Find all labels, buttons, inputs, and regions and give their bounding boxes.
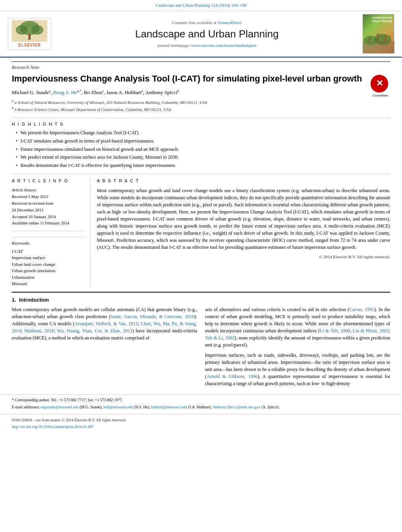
cover-image: Landscape and Urban Planning bbox=[363, 14, 394, 54]
crossmark-circle: ✕ bbox=[371, 75, 388, 93]
ref-carver[interactable]: Carver, 1991 bbox=[349, 307, 374, 312]
journal-header-center: Contents lists available at ScienceDirec… bbox=[55, 20, 359, 48]
top-banner: Landscape and Urban Planning 124 (2014) … bbox=[0, 0, 402, 11]
highlight-2: I-CAT simulates urban growth in terms of… bbox=[16, 138, 390, 145]
keyword-1: I-CAT bbox=[12, 248, 85, 255]
crossmark-symbol: ✕ bbox=[376, 78, 383, 90]
abstract-text: Most contemporary urban growth and land … bbox=[97, 187, 390, 251]
highlight-5: Results demonstrate that I-CAT is effect… bbox=[16, 162, 390, 169]
article-type-label: Research Note bbox=[12, 61, 390, 71]
intro-para-1: Most contemporary urban growth models ar… bbox=[12, 306, 197, 341]
history-label: Article history: bbox=[12, 187, 85, 194]
author-spicci: Anthony Spicci bbox=[145, 89, 177, 95]
doi-link[interactable]: http://dx.doi.org/10.1016/j.landurbplan.… bbox=[12, 424, 94, 429]
footnote-corresponding-author: * Corresponding author. Tel.: +1 573 882… bbox=[12, 397, 390, 403]
doi-line: http://dx.doi.org/10.1016/j.landurbplan.… bbox=[12, 424, 390, 430]
ref-liu[interactable]: Liu & Phinn, 2003 bbox=[353, 328, 389, 334]
svg-point-3 bbox=[16, 25, 28, 35]
svg-rect-2 bbox=[28, 34, 31, 40]
article-title: Imperviousness Change Analysis Tool (I-C… bbox=[12, 73, 390, 85]
keyword-4: Urban growth simulation bbox=[12, 267, 85, 274]
ref-arsanjani[interactable]: Arsanjani, Helbich, & Vaz, 2013 bbox=[74, 321, 138, 326]
ref-arnold[interactable]: Arnold & Gibbons, 1996 bbox=[207, 374, 258, 379]
keyword-3: Urban land cover change bbox=[12, 261, 85, 268]
divider-keywords bbox=[12, 237, 85, 237]
journal-cover: Landscape and Urban Planning bbox=[363, 14, 394, 54]
intro-col-left: Most contemporary urban growth models ar… bbox=[12, 306, 197, 390]
section-heading: 1. Introduction bbox=[12, 297, 390, 304]
affiliations: a a School of Natural Resources, Univers… bbox=[12, 98, 390, 113]
article-info-title: A R T I C L E I N F O bbox=[12, 178, 85, 184]
article-content: Research Note ✕ CrossMark Imperviousness… bbox=[0, 57, 402, 394]
svg-point-10 bbox=[374, 34, 391, 45]
svg-rect-13 bbox=[369, 37, 371, 42]
email-label: E-mail addresses: bbox=[12, 405, 40, 409]
email-hubbart[interactable]: hubbarj@missouri.edu bbox=[151, 405, 187, 409]
introduction-section: 1. Introduction Most contemporary urban … bbox=[12, 292, 390, 390]
svg-point-4 bbox=[31, 25, 43, 35]
intro-para-2: sets of alternatives and various criteri… bbox=[205, 306, 391, 348]
highlight-1: We present the Imperviousness Change Ana… bbox=[16, 130, 390, 136]
received-date: Received 5 May 2013 bbox=[12, 194, 85, 200]
abstract-title: A B S T R A C T bbox=[97, 178, 390, 184]
keywords-section: Keywords: I-CAT Impervious surface Urban… bbox=[12, 231, 85, 287]
author-zhou: Bo Zhou bbox=[84, 89, 102, 95]
intro-para-3: Impervious surfaces, such as roads, side… bbox=[205, 352, 391, 387]
author-he[interactable]: Hong S. He bbox=[53, 89, 77, 95]
introduction-columns: Most contemporary urban growth models ar… bbox=[12, 306, 390, 390]
intro-col-right: sets of alternatives and various criteri… bbox=[205, 306, 391, 390]
author-sunde: Michael G. Sunde bbox=[12, 89, 49, 95]
svg-rect-12 bbox=[385, 35, 386, 41]
author-hubbart: Jason A. Hubbart bbox=[106, 89, 141, 95]
available-date: Available online 11 February 2014 bbox=[12, 220, 85, 227]
copyright-notice: © 2014 Elsevier B.V. All rights reserved… bbox=[97, 254, 390, 260]
issn-note: 0169-2046/$ – see front matter © 2014 El… bbox=[12, 417, 390, 423]
email-spicci[interactable]: Anthony.Spicci@mdc.mo.gov bbox=[213, 405, 260, 409]
title-area: ✕ CrossMark Imperviousness Change Analys… bbox=[12, 73, 390, 85]
received-revised-date: 24 December 2013 bbox=[12, 207, 85, 214]
ref-li-yeh[interactable]: Li & Yeh, 2000 bbox=[320, 328, 350, 334]
article-info-abstract-section: A R T I C L E I N F O Article history: R… bbox=[12, 174, 390, 287]
highlights-section: H I G H L I G H T S We present the Imper… bbox=[12, 121, 390, 169]
sciencedirect-label: Contents lists available at ScienceDirec… bbox=[55, 20, 359, 26]
highlights-list: We present the Imperviousness Change Ana… bbox=[12, 130, 390, 169]
homepage-url-link[interactable]: www.elsevier.com/locate/landurbplan bbox=[191, 43, 256, 48]
footnote-emails: E-mail addresses: mgsunde@missouri.edu (… bbox=[12, 404, 390, 410]
keyword-6: Missouri bbox=[12, 280, 85, 287]
email-he[interactable]: heh@missouri.edu bbox=[104, 405, 133, 409]
email-sunde[interactable]: mgsunde@missouri.edu bbox=[41, 405, 79, 409]
keywords-title: Keywords: bbox=[12, 240, 85, 246]
ref-sante[interactable]: Sante, Garcia, Miranda, & Grecente, 2010 bbox=[111, 314, 195, 319]
svg-rect-11 bbox=[377, 33, 379, 41]
keyword-5: Urbanization bbox=[12, 274, 85, 281]
cover-title-text: Landscape and Urban Planning bbox=[365, 16, 392, 23]
article-info-content: Article history: Received 5 May 2013 Rec… bbox=[12, 187, 85, 227]
journal-header: ELSEVIER Contents lists available at Sci… bbox=[0, 11, 402, 57]
elsevier-logo: ELSEVIER bbox=[8, 18, 51, 50]
page-footer: 0169-2046/$ – see front matter © 2014 El… bbox=[0, 414, 402, 433]
affiliation-a: a a School of Natural Resources, Univers… bbox=[12, 98, 390, 106]
sciencedirect-link[interactable]: ScienceDirect bbox=[217, 20, 242, 25]
article-info-column: A R T I C L E I N F O Article history: R… bbox=[12, 178, 91, 287]
ref-wu[interactable]: Wu, Huang, Yuan, Cui, & Zhan, 2012 bbox=[57, 328, 132, 334]
highlight-4: We predict extent of impervious surface … bbox=[16, 154, 390, 161]
crossmark-label: CrossMark bbox=[371, 93, 390, 98]
crossmark-badge: ✕ CrossMark bbox=[371, 75, 390, 95]
accepted-date: Accepted 10 January 2014 bbox=[12, 214, 85, 221]
keyword-2: Impervious surface bbox=[12, 254, 85, 261]
received-revised-label: Received in revised form bbox=[12, 200, 85, 207]
ref-yeh[interactable]: Yeh & Li, 2002 bbox=[205, 335, 235, 341]
affiliation-b: b b Resource Science Center, Missouri De… bbox=[12, 106, 390, 113]
ref-maithani[interactable]: Maithani, 2010 bbox=[24, 328, 54, 334]
divider-1 bbox=[12, 118, 390, 118]
highlights-title: H I G H L I G H T S bbox=[12, 121, 390, 127]
authors-line: Michael G. Sundea, Hong S. Hea,*, Bo Zho… bbox=[12, 89, 390, 96]
abstract-column: A B S T R A C T Most contemporary urban … bbox=[97, 178, 390, 287]
elsevier-tree-image bbox=[12, 20, 47, 42]
highlight-3: Future imperviousness simulated based on… bbox=[16, 146, 390, 153]
journal-reference: Landscape and Urban Planning 124 (2014) … bbox=[8, 2, 394, 8]
footnotes-section: * Corresponding author. Tel.: +1 573 882… bbox=[0, 394, 402, 410]
journal-title-header: Landscape and Urban Planning bbox=[55, 27, 359, 41]
homepage-link-label: journal homepage: www.elsevier.com/locat… bbox=[55, 43, 359, 48]
elsevier-brand-text: ELSEVIER bbox=[18, 43, 41, 48]
